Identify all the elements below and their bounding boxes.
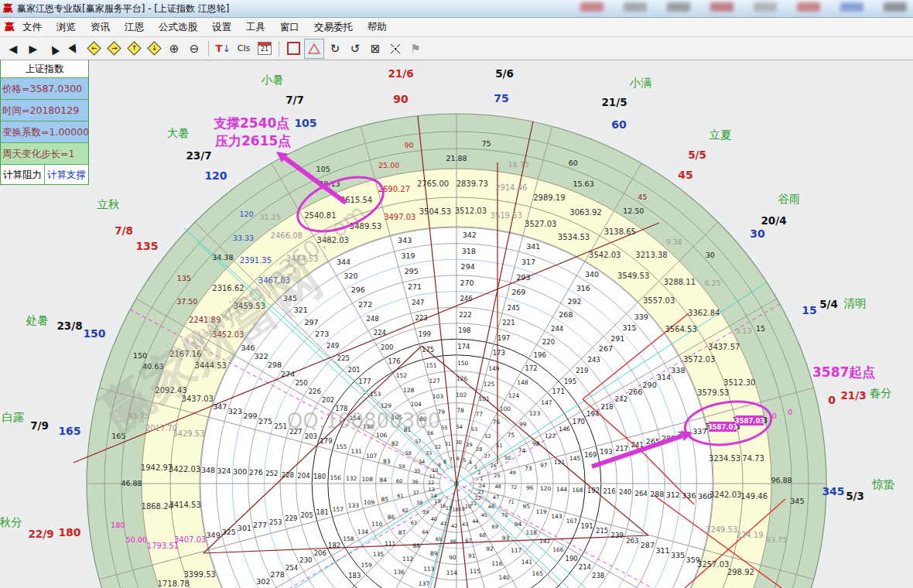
zoom-in-button[interactable]: ⊕ — [165, 39, 183, 58]
svg-text:150: 150 — [457, 360, 469, 367]
triangle-icon — [308, 43, 320, 54]
cls-button[interactable]: Cls — [234, 39, 254, 58]
toolbar-separator — [279, 41, 279, 56]
price-axis-button[interactable]: T↓ — [214, 39, 232, 58]
svg-text:67: 67 — [465, 538, 471, 544]
svg-text:82: 82 — [392, 440, 399, 447]
menu-item-1[interactable]: 浏览 — [56, 21, 76, 32]
svg-text:106: 106 — [376, 432, 388, 439]
svg-text:204: 204 — [297, 472, 309, 480]
svg-text:61: 61 — [397, 493, 403, 499]
svg-text:84: 84 — [380, 477, 388, 484]
svg-text:90: 90 — [449, 554, 456, 561]
nav-forward-button[interactable]: ▶ — [24, 39, 43, 58]
toolbar: ◀ ▶ ▲ ▼ ← → ↑ ↓ ⊕ ⊖ T↓ Cls 21 ↻ ↺ ⊠ ⚑ — [0, 37, 913, 60]
title-bar: 赢 赢家江恩专业版[赢家服务平台] - [上证指数 江恩轮] — [0, 0, 913, 18]
svg-text:191: 191 — [580, 522, 593, 530]
svg-text:75: 75 — [494, 92, 508, 104]
rotate-cw-button[interactable]: ↻ — [326, 39, 344, 58]
svg-text:73: 73 — [525, 465, 532, 472]
rotate-ccw-button[interactable]: ↺ — [346, 39, 364, 58]
start-point-annotation: 3587起点 — [812, 364, 875, 381]
menu-item-0[interactable]: 文件 — [22, 21, 42, 32]
calc-resistance-button[interactable]: 计算阻力 — [1, 165, 45, 184]
calc-support-button[interactable]: 计算支撑 — [45, 165, 88, 184]
svg-text:202: 202 — [322, 396, 334, 404]
menu-item-3[interactable]: 江恩 — [125, 21, 144, 32]
svg-text:白露: 白露 — [2, 411, 25, 423]
center-cross-button[interactable] — [386, 39, 405, 58]
draw-triangle-button[interactable] — [304, 39, 324, 59]
step-up-button[interactable]: ↑ — [125, 39, 143, 58]
svg-text:295: 295 — [405, 267, 419, 275]
svg-text:24: 24 — [479, 483, 485, 489]
svg-text:85: 85 — [381, 496, 388, 503]
menu-item-8[interactable]: 交易委托 — [314, 21, 353, 32]
svg-text:15: 15 — [802, 304, 816, 316]
svg-text:9.38: 9.38 — [665, 238, 682, 246]
svg-text:221: 221 — [502, 319, 515, 326]
svg-text:36: 36 — [412, 479, 418, 485]
calendar-button[interactable]: 21 — [255, 39, 274, 58]
svg-text:28: 28 — [476, 446, 482, 453]
svg-text:8: 8 — [443, 459, 446, 465]
svg-text:5/4: 5/4 — [819, 298, 838, 310]
delete-box-button[interactable]: ⊠ — [366, 39, 385, 58]
svg-text:65: 65 — [436, 536, 442, 542]
svg-text:3549.53: 3549.53 — [617, 272, 649, 280]
svg-text:5/3: 5/3 — [846, 490, 864, 502]
svg-text:135: 135 — [177, 274, 191, 282]
svg-text:325: 325 — [222, 528, 236, 536]
svg-text:33.33: 33.33 — [233, 234, 254, 242]
svg-text:201: 201 — [348, 366, 361, 374]
app-logo-icon: 赢 — [3, 2, 13, 15]
svg-text:3399.53: 3399.53 — [184, 570, 216, 579]
svg-text:102: 102 — [456, 391, 467, 398]
menu-item-6[interactable]: 工具 — [246, 21, 265, 32]
svg-text:98: 98 — [532, 440, 540, 447]
svg-text:146: 146 — [559, 426, 570, 432]
svg-text:2466.08: 2466.08 — [271, 231, 303, 240]
gann-wheel-chart[interactable]: 1234567891011121314151617181920212223242… — [0, 0, 913, 588]
nav-down-button[interactable]: ▼ — [61, 36, 87, 61]
svg-text:240: 240 — [619, 488, 631, 496]
svg-text:76: 76 — [493, 419, 501, 426]
svg-text:45: 45 — [481, 512, 487, 518]
svg-text:345: 345 — [790, 497, 804, 505]
svg-text:339: 339 — [634, 313, 648, 321]
svg-text:大暑: 大暑 — [167, 127, 190, 139]
svg-text:23: 23 — [477, 489, 484, 495]
presentation-button[interactable]: ⚑ — [406, 39, 425, 58]
svg-text:174: 174 — [457, 343, 470, 350]
step-down-button[interactable]: ↓ — [145, 39, 163, 58]
zoom-out-button[interactable]: ⊖ — [185, 39, 203, 58]
svg-text:318: 318 — [462, 247, 476, 255]
svg-text:23/7: 23/7 — [186, 149, 211, 162]
param-row-1: 时间=20180129 — [1, 100, 88, 121]
svg-text:272: 272 — [358, 300, 372, 309]
menu-item-4[interactable]: 公式选股 — [159, 21, 197, 32]
menu-item-7[interactable]: 窗口 — [280, 21, 299, 32]
rotate-left-button[interactable]: ← — [84, 39, 103, 58]
svg-text:5: 5 — [463, 457, 466, 463]
menu-item-9[interactable]: 帮助 — [368, 21, 387, 32]
svg-text:55: 55 — [441, 425, 447, 431]
svg-text:2839.73: 2839.73 — [456, 179, 488, 188]
menu-item-5[interactable]: 设置 — [212, 21, 231, 32]
svg-text:194: 194 — [586, 410, 599, 418]
rotate-right-button[interactable]: → — [104, 39, 123, 58]
svg-text:60: 60 — [611, 118, 627, 131]
svg-text:3534.53: 3534.53 — [558, 233, 590, 241]
svg-text:275: 275 — [258, 417, 272, 426]
svg-text:1718.78: 1718.78 — [158, 579, 190, 588]
svg-text:3242.03: 3242.03 — [710, 491, 741, 499]
calendar-icon: 21 — [258, 42, 272, 55]
draw-square-button[interactable] — [284, 39, 303, 58]
svg-text:344: 344 — [337, 258, 350, 266]
svg-text:132: 132 — [346, 475, 357, 482]
menu-item-2[interactable]: 资讯 — [91, 21, 110, 32]
svg-text:3.13: 3.13 — [735, 326, 751, 335]
svg-text:3557.03: 3557.03 — [643, 296, 675, 305]
nav-back-button[interactable]: ◀ — [4, 39, 22, 58]
svg-text:158: 158 — [343, 535, 354, 542]
